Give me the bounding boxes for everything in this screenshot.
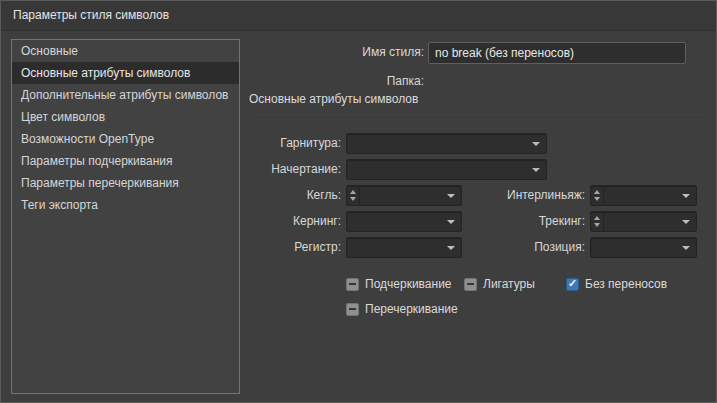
stepper[interactable]	[591, 186, 604, 205]
stepper[interactable]	[347, 186, 360, 205]
case-dropdown[interactable]	[346, 237, 462, 258]
kerning-label: Кернинг:	[187, 211, 341, 232]
section-title: Основные атрибуты символов	[249, 92, 418, 106]
leading-label: Интерлиньяж:	[454, 185, 585, 206]
tracking-combo[interactable]	[590, 211, 697, 232]
leading-combo[interactable]	[590, 185, 697, 206]
underline-checkbox[interactable]: Подчеркивание	[346, 277, 452, 291]
font-family-label: Гарнитура:	[187, 133, 341, 154]
sidebar-item-basic-character-formats[interactable]: Основные атрибуты символов	[12, 62, 239, 84]
chevron-down-icon	[682, 220, 690, 224]
strikethrough-checkbox-label: Перечеркивание	[365, 302, 458, 316]
checkbox-mixed-icon	[464, 278, 477, 291]
font-style-dropdown[interactable]	[346, 159, 547, 180]
sidebar-item-advanced-character-formats[interactable]: Дополнительные атрибуты символов	[12, 84, 239, 106]
no-break-checkbox-label: Без переносов	[585, 277, 667, 291]
dialog-content: Основные Основные атрибуты символов Допо…	[1, 31, 716, 402]
underline-checkbox-label: Подчеркивание	[365, 277, 452, 291]
position-dropdown[interactable]	[590, 237, 697, 258]
style-name-label: Имя стиля:	[249, 42, 424, 63]
stepper-down-icon	[350, 197, 356, 201]
no-break-checkbox[interactable]: Без переносов	[566, 277, 667, 291]
section-divider	[249, 117, 708, 118]
ligatures-checkbox-label: Лигатуры	[483, 277, 535, 291]
style-name-input[interactable]	[428, 42, 686, 64]
chevron-down-icon	[682, 246, 690, 250]
ligatures-checkbox[interactable]: Лигатуры	[464, 277, 535, 291]
stepper-down-icon	[594, 223, 600, 227]
checkbox-mixed-icon	[346, 278, 359, 291]
strikethrough-checkbox[interactable]: Перечеркивание	[346, 302, 458, 316]
font-style-label: Начертание:	[187, 159, 341, 180]
stepper[interactable]	[591, 212, 604, 231]
checkbox-checked-icon	[566, 278, 579, 291]
stepper-up-icon	[594, 216, 600, 220]
stepper-up-icon	[594, 190, 600, 194]
dialog-title: Параметры стиля символов	[13, 8, 169, 22]
stepper-up-icon	[350, 190, 356, 194]
position-label: Позиция:	[454, 237, 585, 258]
sidebar-item-character-color[interactable]: Цвет символов	[12, 106, 239, 128]
size-combo[interactable]	[346, 185, 462, 206]
chevron-down-icon	[532, 168, 540, 172]
folder-label: Папка:	[249, 71, 424, 92]
case-label: Регистр:	[187, 237, 341, 258]
kerning-dropdown[interactable]	[346, 211, 462, 232]
sidebar-item-general[interactable]: Основные	[12, 40, 239, 62]
size-label: Кегль:	[187, 185, 341, 206]
dialog-titlebar: Параметры стиля символов	[1, 1, 716, 31]
checkbox-mixed-icon	[346, 303, 359, 316]
font-family-dropdown[interactable]	[346, 133, 547, 154]
tracking-label: Трекинг:	[454, 211, 585, 232]
character-style-options-dialog: Параметры стиля символов Основные Основн…	[0, 0, 717, 403]
stepper-down-icon	[594, 197, 600, 201]
chevron-down-icon	[682, 194, 690, 198]
chevron-down-icon	[532, 142, 540, 146]
